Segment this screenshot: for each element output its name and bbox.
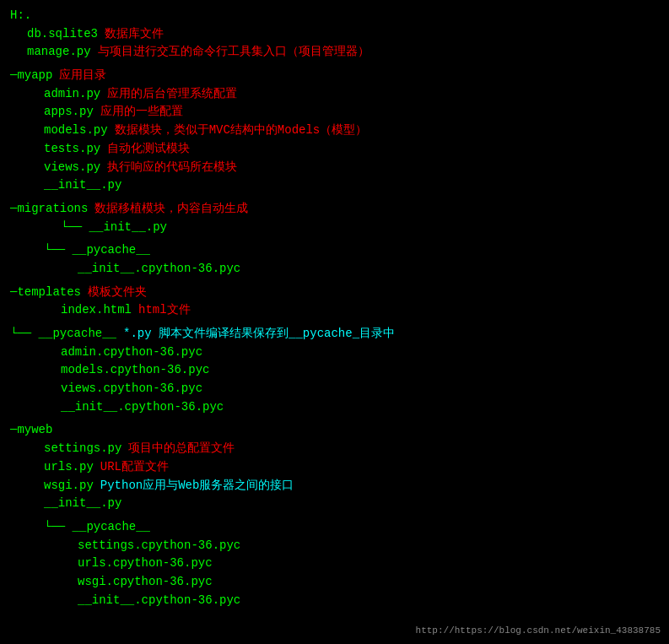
- terminal-container: H:.db.sqlite3数据库文件manage.py与项目进行交互的命令行工具…: [10, 7, 659, 609]
- file-line-wsgi-py: wsgi.pyPython应用与Web服务器之间的接口: [10, 477, 659, 495]
- file-text: apps.py: [10, 103, 94, 122]
- file-text: __init__.cpython-36.pyc: [10, 398, 224, 417]
- file-line-settings-py: settings.py项目中的总配置文件: [10, 440, 659, 458]
- file-line-migrations-dir: ─migrations数据移植模块，内容自动生成: [10, 200, 659, 219]
- file-line-models-cpython: models.cpython-36.pyc: [10, 361, 659, 380]
- file-text: wsgi.cpython-36.pyc: [10, 573, 213, 592]
- file-comment: 执行响应的代码所在模块: [107, 159, 237, 177]
- file-line-admin-py: admin.py应用的后台管理系统配置: [10, 85, 659, 104]
- file-line-models-py: models.py数据模块，类似于MVC结构中的Models（模型）: [10, 122, 659, 140]
- file-text: └── __pycache__: [10, 241, 150, 260]
- file-text: ─myapp: [10, 67, 52, 85]
- file-text: tests.py: [10, 140, 100, 159]
- file-line-pycache-myweb: └── __pycache__: [10, 518, 659, 537]
- file-text: wsgi.py: [10, 477, 94, 495]
- file-comment: 应用的一些配置: [100, 103, 183, 122]
- file-comment: Python应用与Web服务器之间的接口: [100, 477, 294, 495]
- file-line-manage-py: manage.py与项目进行交互的命令行工具集入口（项目管理器）: [10, 43, 659, 62]
- file-text: ─templates: [10, 284, 81, 302]
- file-line-apps-py: apps.py应用的一些配置: [10, 103, 659, 122]
- file-line-pycache-migrations: └── __pycache__: [10, 241, 659, 260]
- file-text: ─myweb: [10, 421, 52, 440]
- file-text: └── __init__.py: [10, 219, 167, 237]
- file-line-wsgi-cpython: wsgi.cpython-36.pyc: [10, 573, 659, 592]
- file-line-h-drive: H:.: [10, 7, 659, 25]
- file-comment: 与项目进行交互的命令行工具集入口（项目管理器）: [98, 43, 370, 62]
- file-text: settings.py: [10, 440, 121, 458]
- file-line-admin-cpython: admin.cpython-36.pyc: [10, 344, 659, 362]
- file-line-templates-dir: ─templates模板文件夹: [10, 284, 659, 302]
- file-text: H:.: [10, 7, 31, 25]
- file-text: manage.py: [10, 43, 91, 62]
- file-line-init-myapp: __init__.py: [10, 176, 659, 195]
- file-line-urls-cpython: urls.cpython-36.pyc: [10, 555, 659, 573]
- file-line-db-sqlite3: db.sqlite3数据库文件: [10, 25, 659, 44]
- file-line-init-myweb: __init__.py: [10, 495, 659, 513]
- file-text: └── __pycache__: [10, 325, 116, 344]
- file-comment: 数据模块，类似于MVC结构中的Models（模型）: [115, 122, 368, 140]
- file-text: __init__.py: [10, 495, 121, 513]
- file-line-views-py: views.py执行响应的代码所在模块: [10, 159, 659, 177]
- file-line-views-cpython: views.cpython-36.pyc: [10, 380, 659, 398]
- file-comment: 应用目录: [59, 67, 106, 85]
- file-text: admin.cpython-36.pyc: [10, 344, 202, 362]
- file-text: index.html: [10, 301, 132, 320]
- file-line-index-html: index.htmlhtml文件: [10, 301, 659, 320]
- file-text: __init__.py: [10, 176, 121, 195]
- file-comment: 自动化测试模块: [107, 140, 190, 159]
- file-text: db.sqlite3: [10, 25, 98, 44]
- file-text: views.cpython-36.pyc: [10, 380, 202, 398]
- file-text: ─migrations: [10, 200, 88, 219]
- file-text: views.py: [10, 159, 100, 177]
- file-comment: html文件: [138, 301, 191, 320]
- file-comment: 数据库文件: [105, 25, 164, 44]
- file-comment: URL配置文件: [100, 458, 169, 477]
- file-comment: 项目中的总配置文件: [128, 440, 235, 458]
- file-text: models.cpython-36.pyc: [10, 361, 209, 380]
- file-line-init-migrations: └── __init__.py: [10, 219, 659, 237]
- file-comment: *.py 脚本文件编译结果保存到__pycache_目录中: [123, 325, 395, 344]
- file-text: __init__.cpython-36.pyc: [10, 592, 240, 610]
- file-line-myapp-dir: ─myapp应用目录: [10, 67, 659, 85]
- file-text: __init__.cpython-36.pyc: [10, 260, 240, 279]
- file-text: urls.py: [10, 458, 94, 477]
- file-comment: 模板文件夹: [88, 284, 147, 302]
- file-line-init-cpython-migrations: __init__.cpython-36.pyc: [10, 260, 659, 279]
- file-line-myweb-dir: ─myweb: [10, 421, 659, 440]
- file-line-urls-py: urls.pyURL配置文件: [10, 458, 659, 477]
- file-text: models.py: [10, 122, 108, 140]
- file-line-tests-py: tests.py自动化测试模块: [10, 140, 659, 159]
- file-line-init-cpython-myweb: __init__.cpython-36.pyc: [10, 592, 659, 610]
- file-text: └── __pycache__: [10, 518, 150, 537]
- file-comment: 数据移植模块，内容自动生成: [94, 200, 248, 219]
- file-line-init-cpython-myapp: __init__.cpython-36.pyc: [10, 398, 659, 417]
- file-text: settings.cpython-36.pyc: [10, 537, 240, 555]
- watermark: http://https://blog.csdn.net/weixin_4383…: [416, 625, 661, 636]
- file-line-settings-cpython: settings.cpython-36.pyc: [10, 537, 659, 555]
- file-text: urls.cpython-36.pyc: [10, 555, 213, 573]
- file-line-pycache-star: └── __pycache__*.py 脚本文件编译结果保存到__pycache…: [10, 325, 659, 344]
- file-text: admin.py: [10, 85, 100, 104]
- file-comment: 应用的后台管理系统配置: [107, 85, 237, 104]
